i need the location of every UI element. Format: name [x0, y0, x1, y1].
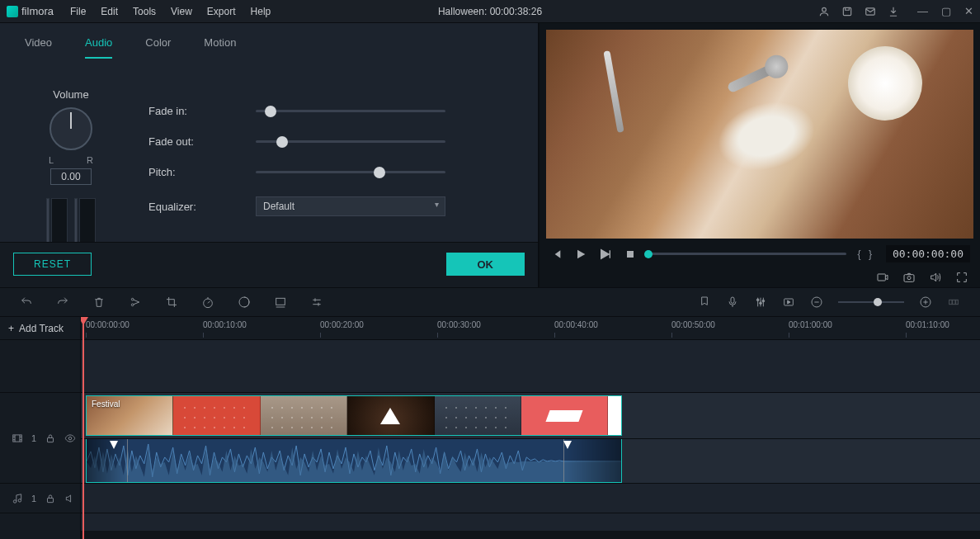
video-clip[interactable] — [347, 396, 434, 435]
speed-icon[interactable] — [201, 296, 214, 309]
zoom-slider[interactable] — [838, 301, 904, 303]
menu-edit[interactable]: Edit — [101, 6, 118, 17]
color-icon[interactable] — [238, 296, 251, 309]
download-icon[interactable] — [888, 6, 899, 17]
video-clip[interactable] — [261, 396, 347, 435]
ok-button[interactable]: OK — [446, 253, 525, 276]
quality-icon[interactable] — [876, 271, 889, 284]
add-track-button[interactable]: + Add Track — [0, 317, 80, 340]
window-maximize[interactable]: ▢ — [941, 5, 951, 17]
render-icon[interactable] — [782, 296, 795, 309]
project-name: Halloween: — [438, 6, 487, 17]
menu-file[interactable]: File — [70, 6, 86, 17]
window-close[interactable]: ✕ — [964, 5, 973, 17]
tab-audio[interactable]: Audio — [85, 36, 112, 59]
app-name: filmora — [21, 5, 54, 17]
audio-mixer-icon[interactable] — [754, 296, 767, 309]
project-title: Halloween: 00:00:38:26 — [438, 6, 542, 17]
svg-point-7 — [131, 298, 134, 300]
svg-point-0 — [822, 7, 827, 12]
pitch-slider[interactable] — [256, 171, 445, 173]
volume-value-input[interactable] — [50, 168, 92, 185]
timeline: + Add Track 1 1 00:00:00:00 00:00:10:00 … — [0, 317, 980, 539]
equalizer-select[interactable]: Default — [256, 196, 445, 216]
svg-point-8 — [131, 304, 134, 306]
stop-icon[interactable] — [624, 248, 637, 261]
zoom-in-icon[interactable] — [919, 296, 932, 309]
volume-icon[interactable] — [929, 271, 942, 284]
svg-rect-26 — [48, 498, 54, 502]
track-lane-linked-audio[interactable] — [81, 439, 980, 484]
menu-export[interactable]: Export — [207, 6, 236, 17]
track-lane-video[interactable]: Festival — [81, 393, 980, 439]
audio-track-number: 1 — [31, 494, 36, 504]
video-clip[interactable] — [435, 396, 521, 435]
video-clip-group[interactable]: Festival — [86, 395, 622, 436]
redo-icon[interactable] — [56, 296, 69, 309]
svg-point-14 — [760, 302, 762, 305]
save-icon[interactable] — [841, 6, 853, 17]
video-clip[interactable] — [521, 396, 608, 435]
add-track-label: Add Track — [19, 323, 64, 334]
zoom-fit-icon[interactable] — [947, 296, 960, 309]
fade-in-slider[interactable] — [256, 110, 445, 112]
preview-frame — [546, 30, 973, 239]
next-frame-icon[interactable] — [599, 248, 612, 261]
fade-out-slider[interactable] — [256, 140, 445, 143]
tab-video[interactable]: Video — [25, 36, 52, 59]
playhead[interactable] — [82, 317, 84, 539]
prev-frame-icon[interactable] — [549, 248, 563, 261]
svg-point-15 — [762, 300, 765, 302]
eye-icon[interactable] — [64, 433, 76, 444]
message-icon[interactable] — [865, 6, 876, 17]
track-header-video[interactable]: 1 — [0, 393, 80, 484]
marker-icon[interactable] — [698, 296, 711, 309]
audio-clip[interactable] — [86, 439, 622, 483]
menu-tools[interactable]: Tools — [133, 6, 156, 17]
video-clip[interactable] — [173, 396, 260, 435]
snapshot-icon[interactable] — [902, 271, 916, 284]
time-ruler[interactable]: 00:00:00:00 00:00:10:00 00:00:20:00 00:0… — [81, 317, 980, 340]
tab-color[interactable]: Color — [145, 36, 171, 59]
svg-rect-21 — [956, 300, 959, 304]
account-icon[interactable] — [818, 6, 830, 17]
mute-icon[interactable] — [64, 493, 76, 504]
zoom-out-icon[interactable] — [810, 296, 823, 309]
ruler-tick: 00:01:00:00 — [789, 320, 832, 329]
record-voice-icon[interactable] — [726, 296, 739, 309]
fade-out-label: Fade out: — [148, 135, 256, 148]
menu-view[interactable]: View — [171, 6, 192, 17]
window-minimize[interactable]: — — [917, 5, 928, 17]
track-header-empty — [0, 340, 80, 393]
equalizer-label: Equalizer: — [148, 201, 256, 213]
green-screen-icon[interactable] — [274, 296, 287, 309]
reset-button[interactable]: RESET — [13, 253, 92, 276]
in-out-markers[interactable]: { } — [858, 248, 874, 260]
play-icon[interactable] — [574, 248, 587, 261]
titlebar: filmora File Edit Tools View Export Help… — [0, 0, 980, 23]
video-clip[interactable] — [608, 396, 621, 435]
lock-icon[interactable] — [45, 433, 56, 444]
preview-seekbar[interactable] — [648, 253, 846, 255]
track-header-audio[interactable]: 1 — [0, 484, 80, 513]
preview-viewport — [546, 30, 973, 239]
adjust-icon[interactable] — [310, 296, 323, 309]
svg-rect-20 — [953, 300, 955, 304]
ruler-tick: 00:01:10:00 — [906, 320, 949, 329]
crop-icon[interactable] — [165, 296, 178, 309]
menu-help[interactable]: Help — [251, 6, 271, 17]
undo-icon[interactable] — [20, 296, 33, 309]
fullscreen-icon[interactable] — [955, 271, 968, 284]
track-lane-music[interactable] — [81, 484, 980, 513]
filmora-logo-icon — [7, 6, 18, 17]
timeline-scrollbar[interactable] — [81, 531, 980, 539]
delete-icon[interactable] — [92, 296, 106, 309]
tab-motion[interactable]: Motion — [204, 36, 236, 59]
split-icon[interactable] — [129, 296, 142, 309]
lock-icon[interactable] — [45, 493, 56, 504]
track-area[interactable]: 00:00:00:00 00:00:10:00 00:00:20:00 00:0… — [81, 317, 980, 539]
volume-knob[interactable] — [49, 107, 92, 150]
svg-point-6 — [907, 277, 911, 280]
track-lane-overlay[interactable] — [81, 340, 980, 393]
svg-rect-11 — [276, 298, 285, 305]
